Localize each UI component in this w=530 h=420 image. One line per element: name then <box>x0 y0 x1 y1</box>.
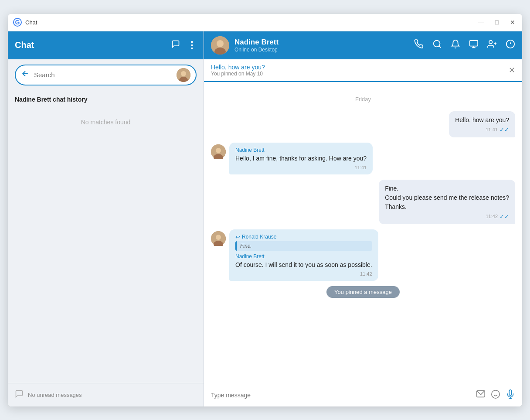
app-title: Chat <box>25 19 477 26</box>
sidebar: Chat ⋮ <box>8 31 204 406</box>
message-time-3: 11:42 <box>486 214 498 219</box>
sender-name-4: ↩ Ronald Krause <box>235 234 372 240</box>
message-time-4: 11:42 <box>360 271 372 277</box>
bell-icon[interactable] <box>451 39 460 51</box>
input-bar <box>204 384 522 406</box>
pinned-content[interactable]: Hello, how are you? You pinned on May 10 <box>211 64 509 77</box>
svg-point-6 <box>434 41 440 47</box>
system-bubble-text: You pinned a message <box>326 286 400 298</box>
message-check-1: ✓✓ <box>499 126 509 133</box>
pinned-close-icon[interactable]: ✕ <box>509 65 515 75</box>
microphone-icon[interactable] <box>506 389 515 401</box>
attach-file-icon[interactable] <box>476 389 486 401</box>
svg-point-15 <box>216 148 221 153</box>
message-input[interactable] <box>211 392 471 399</box>
phone-icon[interactable] <box>414 39 424 51</box>
message-text-3: Fine.Could you please send me the releas… <box>385 184 509 212</box>
quoted-text-4: Fine. <box>240 243 369 249</box>
compose-icon[interactable] <box>171 40 180 51</box>
search-avatar <box>177 68 190 82</box>
sender-avatar-4 <box>211 231 226 246</box>
message-meta-4: 11:42 <box>235 271 372 277</box>
chat-header-actions <box>414 39 515 51</box>
add-contact-icon[interactable] <box>487 39 497 51</box>
pinned-title: Hello, how are you? <box>211 64 509 71</box>
pinned-subtitle: You pinned on May 10 <box>211 71 509 77</box>
chat-bubble-icon <box>15 389 24 400</box>
close-button[interactable]: ✕ <box>508 19 517 26</box>
svg-point-4 <box>217 40 224 47</box>
app-logo: G <box>13 18 22 27</box>
contact-avatar-image <box>211 36 229 55</box>
quoted-message-4: Fine. <box>235 241 372 251</box>
svg-point-8 <box>489 41 492 44</box>
reply-icon: ↩ <box>235 234 240 240</box>
message-text-1: Hello, how are you? <box>455 116 509 125</box>
no-unread-text: No unread messages <box>28 392 82 398</box>
title-bar: G Chat — □ ✕ <box>8 14 522 31</box>
no-matches-text: No matches found <box>8 119 204 126</box>
system-message: You pinned a message <box>211 286 515 298</box>
message-check-3: ✓✓ <box>499 213 509 220</box>
date-divider: Friday <box>211 96 515 102</box>
chat-header-avatar <box>211 36 229 55</box>
message-text-4: Of course. I will send it to you as soon… <box>235 260 372 270</box>
avatar-image <box>177 68 190 82</box>
pinned-message-bar: Hello, how are you? You pinned on May 10… <box>204 59 522 82</box>
maximize-button[interactable]: □ <box>493 19 501 26</box>
search-bar-wrapper <box>8 59 204 91</box>
window-controls: — □ ✕ <box>477 19 517 26</box>
search-input[interactable] <box>34 71 172 79</box>
search-bar <box>15 65 197 85</box>
message-meta-1: 11:41 ✓✓ <box>455 126 509 133</box>
message-1: Hello, how are you? 11:41 ✓✓ <box>211 111 515 137</box>
screen-share-icon[interactable] <box>469 39 479 51</box>
sidebar-header: Chat ⋮ <box>8 31 204 59</box>
main-content: Chat ⋮ <box>8 31 522 406</box>
received-bubble-4: ↩ Ronald Krause Fine. Nadine Brett Of co… <box>229 229 378 281</box>
sent-bubble-1: Hello, how are you? 11:41 ✓✓ <box>449 111 515 137</box>
svg-point-18 <box>216 235 221 240</box>
sent-bubble-3: Fine.Could you please send me the releas… <box>379 180 515 224</box>
message-time-1: 11:41 <box>486 127 498 132</box>
message-meta-2: 11:41 <box>235 165 367 170</box>
minimize-button[interactable]: — <box>477 19 486 26</box>
chat-history-title: Nadine Brett chat history <box>8 91 204 105</box>
reply-original-sender: Ronald Krause <box>242 234 276 240</box>
sidebar-header-icons: ⋮ <box>171 40 197 51</box>
svg-rect-7 <box>470 41 478 46</box>
reply-sender-name-4: Nadine Brett <box>235 253 372 260</box>
sender-name-2: Nadine Brett <box>235 147 367 153</box>
contact-status: Online on Desktop <box>234 47 409 53</box>
back-arrow-icon[interactable] <box>21 69 30 80</box>
sidebar-footer: No unread messages <box>8 383 204 406</box>
message-4: ↩ Ronald Krause Fine. Nadine Brett Of co… <box>211 229 515 281</box>
svg-point-1 <box>181 71 186 76</box>
message-2: Nadine Brett Hello, I am fine, thanks fo… <box>211 143 515 174</box>
info-icon[interactable] <box>506 39 515 51</box>
app-window: G Chat — □ ✕ Chat ⋮ <box>8 14 522 406</box>
chat-header: Nadine Brett Online on Desktop <box>204 31 522 59</box>
message-time-2: 11:41 <box>355 165 367 170</box>
more-icon[interactable]: ⋮ <box>187 40 197 51</box>
message-meta-3: 11:42 ✓✓ <box>385 213 509 220</box>
messages-area: Friday Hello, how are you? 11:41 ✓✓ <box>204 82 522 384</box>
sender-avatar-2 <box>211 144 226 159</box>
sidebar-title: Chat <box>15 40 34 50</box>
chat-header-info: Nadine Brett Online on Desktop <box>234 38 409 53</box>
chat-panel: Nadine Brett Online on Desktop <box>204 31 522 406</box>
received-bubble-2: Nadine Brett Hello, I am fine, thanks fo… <box>229 143 373 174</box>
message-3: Fine.Could you please send me the releas… <box>211 180 515 224</box>
svg-point-21 <box>492 390 499 398</box>
emoji-icon[interactable] <box>491 389 500 401</box>
message-text-2: Hello, I am fine, thanks for asking. How… <box>235 154 367 163</box>
contact-name: Nadine Brett <box>234 38 409 47</box>
search-icon[interactable] <box>432 39 442 51</box>
